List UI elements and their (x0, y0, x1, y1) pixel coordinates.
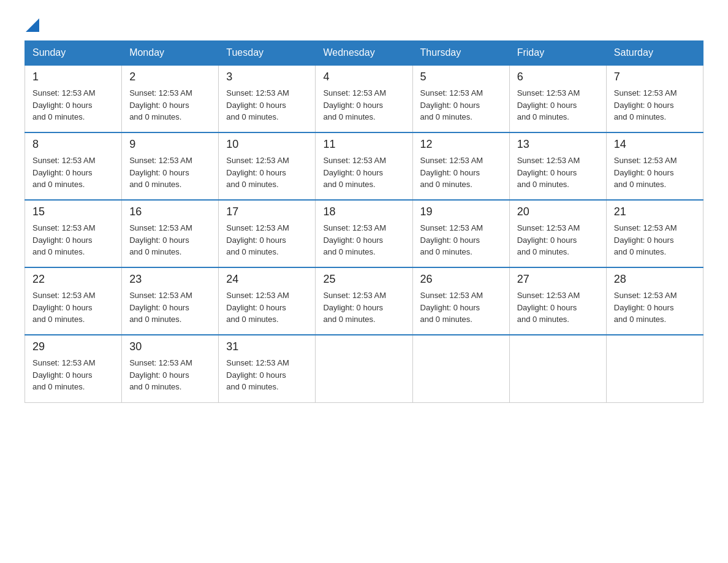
day-number: 14 (614, 138, 696, 151)
calendar-cell: 26Sunset: 12:53 AM Daylight: 0 hours and… (412, 267, 509, 335)
calendar-cell (316, 335, 412, 402)
day-number: 26 (420, 273, 502, 286)
col-monday: Monday (122, 41, 219, 66)
day-number: 11 (323, 138, 404, 151)
day-info: Sunset: 12:53 AM Daylight: 0 hours and 0… (129, 289, 211, 326)
calendar-cell: 16Sunset: 12:53 AM Daylight: 0 hours and… (122, 200, 219, 267)
day-info: Sunset: 12:53 AM Daylight: 0 hours and 0… (32, 155, 114, 191)
calendar-cell: 22Sunset: 12:53 AM Daylight: 0 hours and… (25, 267, 122, 335)
day-number: 18 (323, 205, 404, 218)
day-number: 12 (420, 138, 502, 151)
calendar-cell: 13Sunset: 12:53 AM Daylight: 0 hours and… (509, 132, 606, 200)
calendar-cell: 25Sunset: 12:53 AM Daylight: 0 hours and… (316, 267, 412, 335)
day-number: 17 (226, 205, 308, 218)
day-number: 20 (517, 205, 599, 218)
calendar-cell: 31Sunset: 12:53 AM Daylight: 0 hours and… (219, 335, 316, 402)
page-header (25, 18, 703, 34)
calendar-cell: 11Sunset: 12:53 AM Daylight: 0 hours and… (316, 132, 412, 200)
day-number: 1 (32, 71, 114, 83)
day-number: 13 (517, 138, 599, 151)
day-info: Sunset: 12:53 AM Daylight: 0 hours and 0… (129, 357, 211, 393)
day-info: Sunset: 12:53 AM Daylight: 0 hours and 0… (420, 155, 502, 191)
day-number: 23 (129, 273, 211, 286)
day-number: 25 (323, 273, 404, 286)
day-info: Sunset: 12:53 AM Daylight: 0 hours and 0… (226, 87, 308, 123)
col-thursday: Thursday (412, 41, 509, 66)
day-info: Sunset: 12:53 AM Daylight: 0 hours and 0… (323, 222, 404, 258)
calendar-cell: 4Sunset: 12:53 AM Daylight: 0 hours and … (316, 65, 412, 132)
calendar-cell: 24Sunset: 12:53 AM Daylight: 0 hours and… (219, 267, 316, 335)
calendar-cell: 27Sunset: 12:53 AM Daylight: 0 hours and… (509, 267, 606, 335)
day-number: 30 (129, 340, 211, 353)
calendar-cell: 9Sunset: 12:53 AM Daylight: 0 hours and … (122, 132, 219, 200)
day-info: Sunset: 12:53 AM Daylight: 0 hours and 0… (226, 222, 308, 258)
day-number: 19 (420, 205, 502, 218)
day-info: Sunset: 12:53 AM Daylight: 0 hours and 0… (614, 289, 696, 326)
logo (25, 18, 39, 34)
calendar-cell: 15Sunset: 12:53 AM Daylight: 0 hours and… (25, 200, 122, 267)
day-info: Sunset: 12:53 AM Daylight: 0 hours and 0… (614, 87, 696, 123)
day-info: Sunset: 12:53 AM Daylight: 0 hours and 0… (129, 155, 211, 191)
day-info: Sunset: 12:53 AM Daylight: 0 hours and 0… (517, 222, 599, 258)
calendar-cell: 3Sunset: 12:53 AM Daylight: 0 hours and … (219, 65, 316, 132)
day-number: 27 (517, 273, 599, 286)
col-saturday: Saturday (606, 41, 703, 66)
day-info: Sunset: 12:53 AM Daylight: 0 hours and 0… (614, 155, 696, 191)
calendar-cell: 23Sunset: 12:53 AM Daylight: 0 hours and… (122, 267, 219, 335)
day-number: 21 (614, 205, 696, 218)
day-info: Sunset: 12:53 AM Daylight: 0 hours and 0… (129, 87, 211, 123)
day-info: Sunset: 12:53 AM Daylight: 0 hours and 0… (32, 222, 114, 258)
calendar-cell: 8Sunset: 12:53 AM Daylight: 0 hours and … (25, 132, 122, 200)
calendar-cell: 20Sunset: 12:53 AM Daylight: 0 hours and… (509, 200, 606, 267)
day-number: 7 (614, 71, 696, 83)
calendar-cell: 6Sunset: 12:53 AM Daylight: 0 hours and … (509, 65, 606, 132)
col-friday: Friday (509, 41, 606, 66)
day-info: Sunset: 12:53 AM Daylight: 0 hours and 0… (420, 222, 502, 258)
calendar-cell: 21Sunset: 12:53 AM Daylight: 0 hours and… (606, 200, 703, 267)
day-info: Sunset: 12:53 AM Daylight: 0 hours and 0… (32, 289, 114, 326)
day-info: Sunset: 12:53 AM Daylight: 0 hours and 0… (420, 87, 502, 123)
day-info: Sunset: 12:53 AM Daylight: 0 hours and 0… (420, 289, 502, 326)
calendar-cell: 19Sunset: 12:53 AM Daylight: 0 hours and… (412, 200, 509, 267)
calendar-cell: 1Sunset: 12:53 AM Daylight: 0 hours and … (25, 65, 122, 132)
calendar-table: Sunday Monday Tuesday Wednesday Thursday… (25, 40, 703, 403)
day-info: Sunset: 12:53 AM Daylight: 0 hours and 0… (517, 155, 599, 191)
day-info: Sunset: 12:53 AM Daylight: 0 hours and 0… (32, 357, 114, 393)
calendar-cell: 5Sunset: 12:53 AM Daylight: 0 hours and … (412, 65, 509, 132)
day-info: Sunset: 12:53 AM Daylight: 0 hours and 0… (517, 87, 599, 123)
day-number: 9 (129, 138, 211, 151)
calendar-cell: 18Sunset: 12:53 AM Daylight: 0 hours and… (316, 200, 412, 267)
calendar-cell: 2Sunset: 12:53 AM Daylight: 0 hours and … (122, 65, 219, 132)
day-number: 28 (614, 273, 696, 286)
calendar-cell: 17Sunset: 12:53 AM Daylight: 0 hours and… (219, 200, 316, 267)
day-info: Sunset: 12:53 AM Daylight: 0 hours and 0… (32, 87, 114, 123)
calendar-cell: 29Sunset: 12:53 AM Daylight: 0 hours and… (25, 335, 122, 402)
day-number: 24 (226, 273, 308, 286)
calendar-cell: 28Sunset: 12:53 AM Daylight: 0 hours and… (606, 267, 703, 335)
col-wednesday: Wednesday (316, 41, 412, 66)
calendar-header-row: Sunday Monday Tuesday Wednesday Thursday… (25, 41, 703, 66)
calendar-cell (509, 335, 606, 402)
calendar-week-row: 1Sunset: 12:53 AM Daylight: 0 hours and … (25, 65, 703, 132)
day-info: Sunset: 12:53 AM Daylight: 0 hours and 0… (323, 87, 404, 123)
day-number: 15 (32, 205, 114, 218)
day-number: 16 (129, 205, 211, 218)
day-info: Sunset: 12:53 AM Daylight: 0 hours and 0… (517, 289, 599, 326)
calendar-cell: 12Sunset: 12:53 AM Daylight: 0 hours and… (412, 132, 509, 200)
col-tuesday: Tuesday (219, 41, 316, 66)
calendar-week-row: 29Sunset: 12:53 AM Daylight: 0 hours and… (25, 335, 703, 402)
calendar-week-row: 22Sunset: 12:53 AM Daylight: 0 hours and… (25, 267, 703, 335)
day-info: Sunset: 12:53 AM Daylight: 0 hours and 0… (614, 222, 696, 258)
day-info: Sunset: 12:53 AM Daylight: 0 hours and 0… (226, 357, 308, 393)
day-info: Sunset: 12:53 AM Daylight: 0 hours and 0… (323, 289, 404, 326)
day-number: 10 (226, 138, 308, 151)
calendar-cell: 14Sunset: 12:53 AM Daylight: 0 hours and… (606, 132, 703, 200)
day-info: Sunset: 12:53 AM Daylight: 0 hours and 0… (129, 222, 211, 258)
day-number: 3 (226, 71, 308, 83)
calendar-cell: 30Sunset: 12:53 AM Daylight: 0 hours and… (122, 335, 219, 402)
calendar-cell (412, 335, 509, 402)
calendar-cell (606, 335, 703, 402)
svg-marker-0 (26, 18, 39, 32)
day-number: 5 (420, 71, 502, 83)
day-info: Sunset: 12:53 AM Daylight: 0 hours and 0… (323, 155, 404, 191)
